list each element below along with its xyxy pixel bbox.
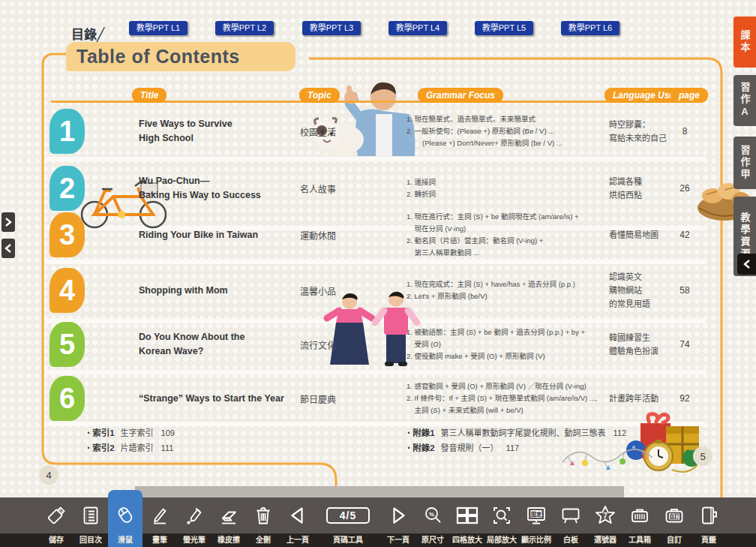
lesson-page-number[interactable]: 8 xyxy=(670,126,700,137)
lesson-topic: 運動休閒 xyxy=(300,229,375,242)
book-tab-icon xyxy=(698,504,720,527)
ppt-button-l1[interactable]: 教學PPT L1 xyxy=(129,21,188,35)
lesson-number: 4 xyxy=(50,268,85,313)
tab-textbook[interactable]: 課本 xyxy=(734,17,756,68)
trash-icon xyxy=(252,504,274,527)
four-grid-icon xyxy=(454,504,480,527)
ppt-button-l2[interactable]: 教學PPT L2 xyxy=(215,21,274,35)
pen-tool-button[interactable]: 畫筆 xyxy=(142,497,177,547)
ebook-reader: 目錄╱ Table of Contents 教學PPT L1 教學PPT L2 … xyxy=(0,0,756,547)
mouse-tool-button[interactable]: 滑鼠 xyxy=(108,490,142,547)
catalog-label: 目錄╱ xyxy=(71,24,104,43)
lesson-topic: 校園生活 xyxy=(300,125,375,138)
ppt-button-l4[interactable]: 教學PPT L4 xyxy=(388,21,447,35)
back-to-toc-button[interactable]: 回目次 xyxy=(74,497,108,547)
page-title-box: Table of Contents xyxy=(66,42,296,71)
svg-text:%: % xyxy=(429,511,434,518)
ppt-button-l3[interactable]: 教學PPT L3 xyxy=(302,21,361,35)
highlighter-tool-button[interactable]: 螢光筆 xyxy=(177,497,212,547)
lesson-page-number[interactable]: 74 xyxy=(670,339,700,350)
contents-list-icon xyxy=(80,504,102,527)
lesson-topic: 節日慶典 xyxy=(300,392,375,405)
lesson-grammar: 1. 現在進行式：主詞 (S) + be 動詞現在式 (am/are/is) +… xyxy=(406,211,613,259)
index-entry-1[interactable]: ‧ 索引1生字索引109 xyxy=(87,426,175,438)
lesson-topic: 流行文化 xyxy=(300,338,375,351)
lesson-language-use: 韓國練習生 體驗角色扮演 xyxy=(609,331,676,358)
lesson-page-number[interactable]: 58 xyxy=(670,285,700,296)
page-indicator[interactable]: 4/5 xyxy=(326,507,370,524)
index-entry-2[interactable]: ‧ 索引2片語索引111 xyxy=(87,441,173,453)
appendix-text: 發音規則（一） xyxy=(441,443,499,452)
tool-label: 選號器 xyxy=(594,533,616,547)
column-header-grammar: Grammar Focus xyxy=(418,88,503,103)
tool-label: 回目次 xyxy=(80,533,102,547)
column-header-page: page xyxy=(670,88,708,103)
delete-all-button[interactable]: 全刪 xyxy=(246,497,280,547)
lesson-topic: 名人故事 xyxy=(300,182,375,195)
page-number-tool[interactable]: 4/5 頁碼工具 xyxy=(315,497,381,547)
lesson-page-number[interactable]: 92 xyxy=(670,393,700,404)
appendix-text: 第三人稱單數動詞字尾變化規則、動詞三態表 xyxy=(441,428,606,437)
lesson-page-number[interactable]: 26 xyxy=(670,183,700,194)
whiteboard-button[interactable]: 白板 xyxy=(554,497,588,547)
lesson-grammar: 1. 被動語態：主詞 (S) + be 動詞 + 過去分詞 (p.p.) + b… xyxy=(406,326,613,362)
lesson-title[interactable]: Riding Your Bike in Taiwan xyxy=(139,228,292,242)
star-7-icon: 7 xyxy=(593,504,617,527)
tool-label: 螢光筆 xyxy=(183,533,206,547)
expand-panel-button[interactable] xyxy=(2,212,15,232)
lesson-title[interactable]: Wu Pao-Chun— Baking His Way to Success xyxy=(139,174,292,203)
page-badge-left: 4 xyxy=(39,465,58,485)
lesson-title[interactable]: Do You Know About the Korean Wave? xyxy=(139,330,292,359)
tool-label: 四格放大 xyxy=(452,533,482,547)
toc-row-5: 5 Do You Know About the Korean Wave? 流行文… xyxy=(0,320,756,369)
eraser-tool-button[interactable]: 橡皮擦 xyxy=(212,497,246,547)
pen-icon xyxy=(148,504,171,527)
ppt-button-l6[interactable]: 教學PPT L6 xyxy=(561,21,620,35)
chevron-left-icon xyxy=(4,244,12,253)
page-badge-right: 5 xyxy=(693,446,712,466)
lesson-language-use: 認識各種 烘焙西點 xyxy=(609,175,676,202)
tool-label: 白板 xyxy=(563,533,578,547)
index-page: 109 xyxy=(161,428,175,437)
toc-row-3: 3 Riding Your Bike in Taiwan 運動休閒 1. 現在進… xyxy=(0,210,756,260)
lesson-page-number[interactable]: 42 xyxy=(670,230,700,240)
lesson-grammar: 1. 連接詞 2. 轉折詞 xyxy=(406,176,613,200)
four-grid-zoom-button[interactable]: 四格放大 xyxy=(450,497,484,547)
tab-workbook-jia[interactable]: 習作甲 xyxy=(734,137,756,189)
chevron-right-icon xyxy=(4,218,12,227)
number-picker-button[interactable]: 7 選號器 xyxy=(588,497,622,547)
partial-zoom-button[interactable]: 局部放大 xyxy=(484,497,519,547)
lesson-title[interactable]: Five Ways to Survive High School xyxy=(139,117,292,146)
toolbox-button[interactable]: 工具箱 xyxy=(622,497,657,547)
display-ratio-button[interactable]: 固定 顯示比例 xyxy=(519,497,554,547)
ppt-button-l5[interactable]: 教學PPT L5 xyxy=(475,21,533,35)
lesson-title[interactable]: “Strange” Ways to Start the Year xyxy=(139,392,292,406)
tool-label: 頁碼工具 xyxy=(333,533,363,547)
column-header-topic: Topic xyxy=(299,88,340,103)
page-bottom-edge xyxy=(135,486,624,497)
monitor-fixed-icon: 固定 xyxy=(525,504,548,527)
prev-page-button[interactable]: 上一頁 xyxy=(280,497,315,547)
svg-text:自訂: 自訂 xyxy=(670,513,680,520)
tool-label: 畫筆 xyxy=(152,533,167,547)
tool-label: 橡皮擦 xyxy=(218,533,240,547)
lesson-language-use: 看懂簡易地圖 xyxy=(609,228,676,242)
chevron-left-icon xyxy=(743,260,751,269)
appendix-label: ‧ 附錄2 xyxy=(407,443,435,452)
tab-workbook-a[interactable]: 習作A xyxy=(734,75,756,126)
custom-button[interactable]: 自訂 自訂 xyxy=(657,497,692,547)
mouse-icon xyxy=(114,504,136,527)
save-button[interactable]: 儲存 xyxy=(39,497,74,547)
collapse-panel-button[interactable] xyxy=(2,239,15,258)
next-page-button[interactable]: 下一頁 xyxy=(381,497,416,547)
collapse-tabs-button[interactable] xyxy=(737,254,756,275)
tool-label: 局部放大 xyxy=(487,533,517,547)
original-size-button[interactable]: % 原尺寸 xyxy=(416,497,450,547)
appendix-entry-2[interactable]: ‧ 附錄2發音規則（一）117 xyxy=(407,441,519,453)
appendix-label: ‧ 附錄1 xyxy=(407,428,435,437)
page-tabs-button[interactable]: 頁籤 xyxy=(692,497,726,547)
appendix-entry-1[interactable]: ‧ 附錄1第三人稱單數動詞字尾變化規則、動詞三態表112 xyxy=(407,426,626,438)
index-label: ‧ 索引2 xyxy=(87,443,115,452)
appendix-page: 117 xyxy=(506,443,520,452)
lesson-title[interactable]: Shopping with Mom xyxy=(139,284,292,298)
